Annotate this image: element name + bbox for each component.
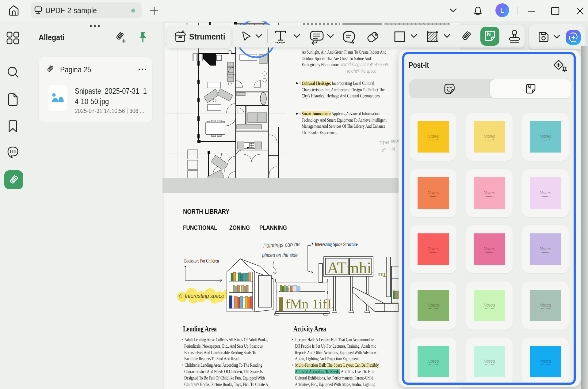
svg-text:Notes: Notes bbox=[483, 134, 495, 139]
svg-text:Notes: Notes bbox=[427, 359, 439, 364]
svg-text:lift: lift bbox=[284, 286, 290, 292]
svg-text:Bookstore For Children: Bookstore For Children bbox=[184, 258, 219, 264]
svg-text:Notes: Notes bbox=[483, 359, 495, 364]
svg-text:Notes: Notes bbox=[427, 303, 439, 308]
svg-text:Notes: Notes bbox=[427, 190, 439, 195]
svg-text:Notes: Notes bbox=[540, 303, 551, 308]
svg-text:mm̲: mm̲ bbox=[377, 270, 387, 277]
svg-text:Notes: Notes bbox=[483, 303, 495, 308]
svg-text:ATmhi.: ATmhi. bbox=[327, 259, 373, 277]
svg-text:Paintings can be: Paintings can be bbox=[263, 241, 300, 249]
svg-text:☺ Interesting space: ☺ Interesting space bbox=[178, 293, 224, 299]
svg-text:Notes: Notes bbox=[427, 134, 439, 139]
svg-text:Notes: Notes bbox=[540, 190, 551, 195]
svg-text:Notes: Notes bbox=[540, 359, 551, 364]
svg-text:Notes: Notes bbox=[483, 190, 495, 195]
svg-text:placed on the side: placed on the side bbox=[262, 252, 298, 258]
svg-text:Notes: Notes bbox=[540, 246, 551, 251]
svg-text:fMṇ 1ifI.: fMṇ 1ifI. bbox=[285, 296, 335, 312]
svg-text:Notes: Notes bbox=[483, 246, 495, 251]
svg-text:Notes: Notes bbox=[540, 134, 551, 139]
svg-text:Interesting Space Structure: Interesting Space Structure bbox=[315, 241, 358, 247]
svg-text:Notes: Notes bbox=[427, 246, 439, 251]
